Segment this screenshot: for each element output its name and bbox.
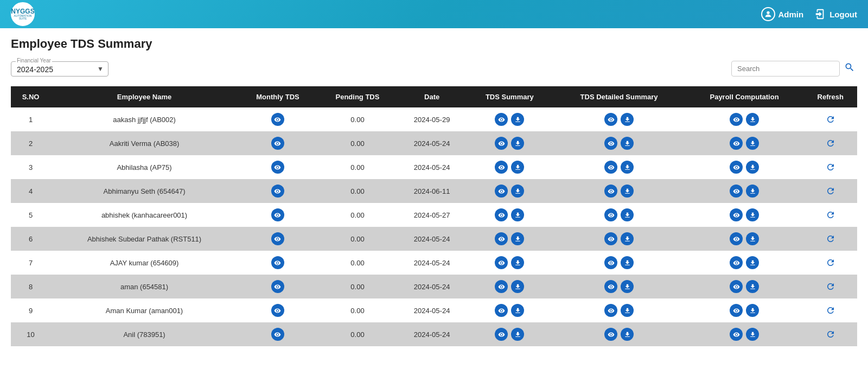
download-tds-summary-icon[interactable]	[511, 185, 524, 198]
admin-info: Admin	[761, 7, 804, 21]
download-tds-summary-icon[interactable]	[511, 113, 524, 126]
view-tds-detailed-icon[interactable]	[604, 232, 617, 245]
download-tds-summary-icon[interactable]	[511, 161, 524, 174]
download-tds-detailed-icon[interactable]	[621, 280, 634, 293]
view-tds-detailed-icon[interactable]	[604, 161, 617, 174]
cell-date: 2024-05-24	[398, 131, 466, 155]
view-payroll-icon[interactable]	[730, 304, 743, 317]
search-button[interactable]	[842, 60, 857, 78]
refresh-icon[interactable]	[824, 208, 837, 221]
cell-tds-summary	[466, 155, 553, 179]
download-payroll-icon[interactable]	[746, 161, 759, 174]
download-tds-summary-icon[interactable]	[511, 304, 524, 317]
view-tds-summary-icon[interactable]	[495, 232, 508, 245]
view-payroll-icon[interactable]	[730, 137, 743, 150]
view-tds-summary-icon[interactable]	[495, 256, 508, 269]
view-monthly-tds-icon[interactable]	[271, 137, 284, 150]
download-tds-detailed-icon[interactable]	[621, 256, 634, 269]
view-payroll-icon[interactable]	[730, 328, 743, 341]
view-monthly-tds-icon[interactable]	[271, 256, 284, 269]
view-payroll-icon[interactable]	[730, 161, 743, 174]
download-tds-summary-icon[interactable]	[511, 137, 524, 150]
download-tds-summary-icon[interactable]	[511, 328, 524, 341]
view-tds-detailed-icon[interactable]	[604, 137, 617, 150]
view-tds-detailed-icon[interactable]	[604, 256, 617, 269]
download-tds-detailed-icon[interactable]	[621, 137, 634, 150]
download-payroll-icon[interactable]	[746, 328, 759, 341]
view-payroll-icon[interactable]	[730, 280, 743, 293]
refresh-icon[interactable]	[824, 113, 837, 126]
download-payroll-icon[interactable]	[746, 256, 759, 269]
download-tds-detailed-icon[interactable]	[621, 328, 634, 341]
view-tds-summary-icon[interactable]	[495, 113, 508, 126]
view-payroll-icon[interactable]	[730, 232, 743, 245]
download-tds-detailed-icon[interactable]	[621, 304, 634, 317]
cell-refresh	[803, 203, 857, 227]
view-tds-detailed-icon[interactable]	[604, 280, 617, 293]
refresh-icon[interactable]	[824, 137, 837, 150]
col-pending-tds: Pending TDS	[317, 86, 398, 107]
view-monthly-tds-icon[interactable]	[271, 280, 284, 293]
view-monthly-tds-icon[interactable]	[271, 304, 284, 317]
cell-date: 2024-05-24	[398, 227, 466, 251]
financial-year-select[interactable]: Financial Year 2024-2025 ▼	[11, 61, 108, 77]
refresh-icon[interactable]	[824, 304, 837, 317]
view-monthly-tds-icon[interactable]	[271, 232, 284, 245]
cell-employee-name: Abhishek Subedar Pathak (RST511)	[50, 227, 238, 251]
cell-tds-summary	[466, 107, 553, 131]
download-tds-detailed-icon[interactable]	[621, 208, 634, 221]
page-content: Employee TDS Summary Financial Year 2024…	[0, 28, 868, 355]
download-payroll-icon[interactable]	[746, 280, 759, 293]
filter-left: Financial Year 2024-2025 ▼	[11, 61, 108, 77]
view-tds-detailed-icon[interactable]	[604, 185, 617, 198]
view-monthly-tds-icon[interactable]	[271, 113, 284, 126]
view-tds-summary-icon[interactable]	[495, 304, 508, 317]
refresh-icon[interactable]	[824, 232, 837, 245]
cell-employee-name: aakash jjfjjf (AB002)	[50, 107, 238, 131]
download-payroll-icon[interactable]	[746, 137, 759, 150]
download-payroll-icon[interactable]	[746, 304, 759, 317]
logout-button[interactable]: Logout	[814, 8, 857, 20]
cell-tds-summary	[466, 251, 553, 275]
refresh-icon[interactable]	[824, 280, 837, 293]
download-tds-detailed-icon[interactable]	[621, 232, 634, 245]
col-sno: S.NO	[11, 86, 50, 107]
download-payroll-icon[interactable]	[746, 113, 759, 126]
view-tds-detailed-icon[interactable]	[604, 304, 617, 317]
view-payroll-icon[interactable]	[730, 113, 743, 126]
view-monthly-tds-icon[interactable]	[271, 328, 284, 341]
refresh-icon[interactable]	[824, 256, 837, 269]
view-tds-detailed-icon[interactable]	[604, 208, 617, 221]
view-tds-detailed-icon[interactable]	[604, 113, 617, 126]
view-payroll-icon[interactable]	[730, 208, 743, 221]
download-tds-detailed-icon[interactable]	[621, 113, 634, 126]
download-tds-summary-icon[interactable]	[511, 280, 524, 293]
download-tds-summary-icon[interactable]	[511, 232, 524, 245]
view-tds-summary-icon[interactable]	[495, 137, 508, 150]
view-payroll-icon[interactable]	[730, 256, 743, 269]
view-tds-detailed-icon[interactable]	[604, 328, 617, 341]
refresh-icon[interactable]	[824, 185, 837, 198]
cell-monthly-tds	[238, 275, 317, 298]
view-monthly-tds-icon[interactable]	[271, 208, 284, 221]
view-tds-summary-icon[interactable]	[495, 185, 508, 198]
download-tds-detailed-icon[interactable]	[621, 185, 634, 198]
download-tds-detailed-icon[interactable]	[621, 161, 634, 174]
download-payroll-icon[interactable]	[746, 232, 759, 245]
search-input[interactable]	[731, 61, 840, 77]
view-monthly-tds-icon[interactable]	[271, 161, 284, 174]
view-tds-summary-icon[interactable]	[495, 328, 508, 341]
table-header-row: S.NO Employee Name Monthly TDS Pending T…	[11, 86, 857, 107]
download-tds-summary-icon[interactable]	[511, 208, 524, 221]
download-payroll-icon[interactable]	[746, 208, 759, 221]
view-tds-summary-icon[interactable]	[495, 280, 508, 293]
download-tds-summary-icon[interactable]	[511, 256, 524, 269]
view-monthly-tds-icon[interactable]	[271, 185, 284, 198]
view-tds-summary-icon[interactable]	[495, 208, 508, 221]
cell-payroll	[685, 227, 804, 251]
refresh-icon[interactable]	[824, 161, 837, 174]
refresh-icon[interactable]	[824, 328, 837, 341]
download-payroll-icon[interactable]	[746, 185, 759, 198]
view-payroll-icon[interactable]	[730, 185, 743, 198]
view-tds-summary-icon[interactable]	[495, 161, 508, 174]
